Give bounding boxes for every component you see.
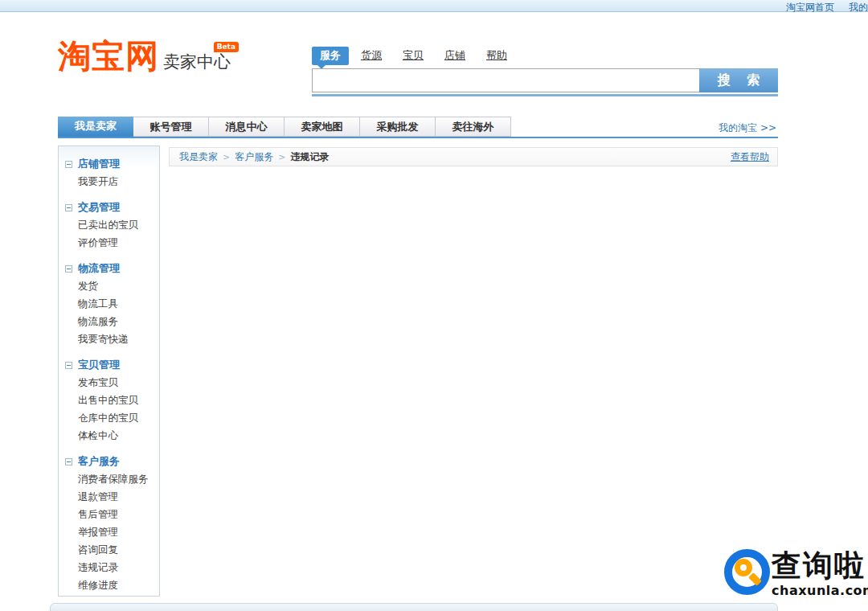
sidebar-item-on-sale-items[interactable]: 出售中的宝贝 (59, 392, 159, 409)
sidebar-item-sold-items[interactable]: 已卖出的宝贝 (59, 216, 159, 234)
sidebar-item-rating-management[interactable]: 评价管理 (59, 234, 159, 252)
search-button[interactable]: 搜 索 (699, 68, 778, 92)
watermark-domain: chaxunla.com (772, 583, 868, 598)
sidebar-section-trade-management: 交易管理 已卖出的宝贝 评价管理 (59, 195, 159, 256)
sidebar-item-inquiry-reply[interactable]: 咨询回复 (59, 541, 159, 559)
search-tab-supply[interactable]: 货源 (361, 48, 382, 63)
breadcrumb: 我是卖家 > 客户服务 > 违规记录 (170, 150, 329, 164)
chaxunla-watermark: 查询啦 chaxunla.com (724, 549, 868, 598)
sidebar-section-item-management: 宝贝管理 发布宝贝 出售中的宝贝 仓库中的宝贝 体检中心 (59, 352, 159, 449)
sidebar-header-customer-service[interactable]: 客户服务 (59, 453, 159, 470)
sidebar-item-warehouse-items[interactable]: 仓库中的宝贝 (59, 409, 159, 427)
sidebar-header-shop-management[interactable]: 店铺管理 (59, 155, 159, 173)
sidebar-header-trade-management[interactable]: 交易管理 (59, 199, 159, 216)
sidebar-item-repair-progress[interactable]: 维修进度 (59, 576, 159, 594)
sidebar-item-logistics-service[interactable]: 物流服务 (59, 313, 159, 330)
sidebar: 店铺管理 我要开店 交易管理 已卖出的宝贝 评价管理 物流管理 发货 物流工具 … (58, 146, 160, 597)
collapse-minus-icon[interactable] (65, 362, 72, 369)
sidebar-item-aftersale-management[interactable]: 售后管理 (59, 506, 159, 523)
nav-tab-seller[interactable]: 我是卖家 (58, 117, 133, 137)
search-input[interactable] (312, 68, 700, 92)
breadcrumb-link-customer-service[interactable]: 客户服务 (235, 150, 273, 164)
sidebar-item-open-shop[interactable]: 我要开店 (59, 173, 159, 191)
search-underline (312, 94, 778, 96)
nav-tab-seller-map[interactable]: 卖家地图 (285, 117, 360, 137)
beta-badge: Beta (214, 42, 239, 52)
footer-strip (50, 603, 778, 611)
topbar: 淘宝网首页 我的淘宝 (0, 0, 868, 12)
sidebar-section-logistics-management: 物流管理 发货 物流工具 物流服务 我要寄快递 (59, 256, 159, 352)
search-tabs: 服务 货源 宝贝 店铺 帮助 (312, 47, 778, 64)
collapse-minus-icon[interactable] (65, 204, 72, 211)
sidebar-header-logistics-management[interactable]: 物流管理 (59, 260, 159, 277)
nav-tab-account[interactable]: 账号管理 (133, 117, 209, 137)
sidebar-item-refund-management[interactable]: 退款管理 (59, 488, 159, 506)
sidebar-item-consumer-protection[interactable]: 消费者保障服务 (59, 470, 159, 488)
watermark-title: 查询啦 (772, 549, 868, 583)
search-module: 服务 货源 宝贝 店铺 帮助 搜 索 (312, 47, 778, 96)
collapse-minus-icon[interactable] (65, 458, 72, 465)
breadcrumb-separator: > (278, 152, 285, 162)
logo-brand-text: 淘宝网 (58, 40, 159, 72)
collapse-minus-icon[interactable] (65, 161, 72, 168)
main-nav: 我是卖家 账号管理 消息中心 卖家地图 采购批发 卖往海外 我的淘宝 >> (58, 117, 778, 138)
search-tab-shop[interactable]: 店铺 (444, 48, 465, 63)
sidebar-item-report-management[interactable]: 举报管理 (59, 523, 159, 541)
view-help-link[interactable]: 查看帮助 (731, 150, 769, 164)
nav-tab-overseas[interactable]: 卖往海外 (436, 117, 511, 137)
sidebar-section-title: 客户服务 (78, 454, 120, 469)
magnifier-logo-icon (724, 549, 770, 595)
sidebar-item-ship[interactable]: 发货 (59, 277, 159, 295)
sidebar-section-shop-management: 店铺管理 我要开店 (59, 151, 159, 195)
breadcrumb-separator: > (223, 152, 230, 162)
sidebar-item-publish-item[interactable]: 发布宝贝 (59, 374, 159, 392)
breadcrumb-bar: 我是卖家 > 客户服务 > 违规记录 查看帮助 (169, 147, 778, 166)
sidebar-item-checkup-center[interactable]: 体检中心 (59, 427, 159, 445)
logo[interactable]: 淘宝网 卖家中心Beta (58, 40, 231, 72)
sidebar-item-send-express[interactable]: 我要寄快递 (59, 330, 159, 348)
search-row: 搜 索 (312, 68, 778, 92)
topbar-link-taobao-home[interactable]: 淘宝网首页 (786, 1, 834, 14)
topbar-link-my-taobao[interactable]: 我的淘宝 (849, 1, 868, 14)
sidebar-section-title: 交易管理 (78, 200, 120, 215)
sidebar-section-title: 宝贝管理 (78, 358, 120, 372)
nav-tab-message[interactable]: 消息中心 (209, 117, 285, 137)
collapse-minus-icon[interactable] (65, 265, 72, 273)
sidebar-item-violation-records[interactable]: 违规记录 (59, 559, 159, 576)
sidebar-section-customer-service: 客户服务 消费者保障服务 退款管理 售后管理 举报管理 咨询回复 违规记录 维修… (59, 449, 159, 598)
sidebar-header-item-management[interactable]: 宝贝管理 (59, 356, 159, 374)
breadcrumb-current-page: 违规记录 (290, 150, 329, 164)
sidebar-section-title: 物流管理 (78, 261, 120, 276)
sidebar-item-logistics-tools[interactable]: 物流工具 (59, 295, 159, 313)
search-tab-item[interactable]: 宝贝 (403, 48, 424, 63)
my-taobao-link[interactable]: 我的淘宝 >> (719, 121, 776, 135)
breadcrumb-link-seller[interactable]: 我是卖家 (179, 150, 218, 164)
nav-tab-wholesale[interactable]: 采购批发 (360, 117, 436, 137)
logo-suffix-text: 卖家中心Beta (163, 51, 231, 72)
search-tab-service[interactable]: 服务 (312, 47, 349, 65)
sidebar-section-title: 店铺管理 (78, 157, 120, 171)
main-nav-tabs: 我是卖家 账号管理 消息中心 卖家地图 采购批发 卖往海外 (58, 117, 778, 137)
search-tab-help[interactable]: 帮助 (486, 48, 507, 63)
